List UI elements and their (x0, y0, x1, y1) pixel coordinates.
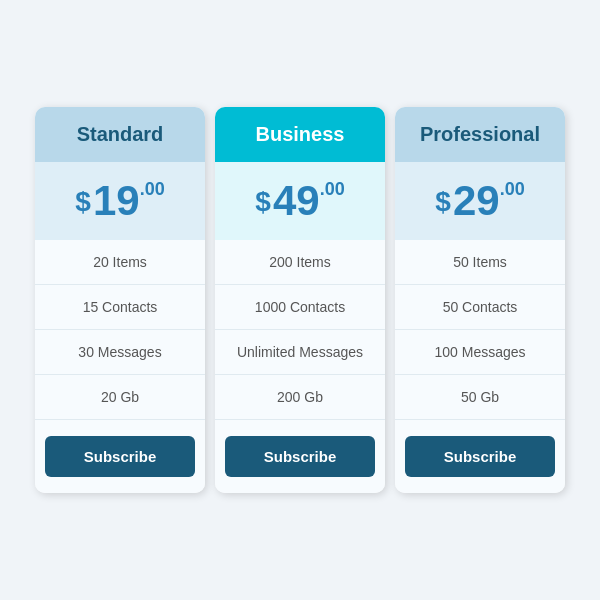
feature-item: 50 Contacts (395, 285, 565, 330)
plan-features-professional: 50 Items50 Contacts100 Messages50 Gb (395, 240, 565, 419)
plan-header-standard: Standard (35, 107, 205, 162)
plan-header-professional: Professional (395, 107, 565, 162)
feature-item: 200 Items (215, 240, 385, 285)
feature-item: 100 Messages (395, 330, 565, 375)
plan-card-standard: Standard $ 19 .00 20 Items15 Contacts30 … (35, 107, 205, 493)
price-main: 19 (93, 180, 140, 222)
feature-item: 200 Gb (215, 375, 385, 419)
price-symbol: $ (255, 186, 271, 218)
subscribe-button-professional[interactable]: Subscribe (405, 436, 555, 477)
plan-footer-business: Subscribe (215, 419, 385, 493)
price-main: 49 (273, 180, 320, 222)
plan-footer-standard: Subscribe (35, 419, 205, 493)
feature-item: Unlimited Messages (215, 330, 385, 375)
price-cents: .00 (140, 180, 165, 198)
price-symbol: $ (435, 186, 451, 218)
price-symbol: $ (75, 186, 91, 218)
feature-item: 1000 Contacts (215, 285, 385, 330)
feature-item: 30 Messages (35, 330, 205, 375)
plan-header-business: Business (215, 107, 385, 162)
price-main: 29 (453, 180, 500, 222)
subscribe-button-standard[interactable]: Subscribe (45, 436, 195, 477)
subscribe-button-business[interactable]: Subscribe (225, 436, 375, 477)
plan-card-professional: Professional $ 29 .00 50 Items50 Contact… (395, 107, 565, 493)
feature-item: 15 Contacts (35, 285, 205, 330)
plan-price-standard: $ 19 .00 (35, 162, 205, 240)
plan-footer-professional: Subscribe (395, 419, 565, 493)
price-cents: .00 (320, 180, 345, 198)
plan-price-business: $ 49 .00 (215, 162, 385, 240)
plan-features-business: 200 Items1000 ContactsUnlimited Messages… (215, 240, 385, 419)
feature-item: 50 Items (395, 240, 565, 285)
plan-card-business: Business $ 49 .00 200 Items1000 Contacts… (215, 107, 385, 493)
plan-price-professional: $ 29 .00 (395, 162, 565, 240)
feature-item: 50 Gb (395, 375, 565, 419)
price-cents: .00 (500, 180, 525, 198)
plan-features-standard: 20 Items15 Contacts30 Messages20 Gb (35, 240, 205, 419)
feature-item: 20 Gb (35, 375, 205, 419)
feature-item: 20 Items (35, 240, 205, 285)
pricing-container: Standard $ 19 .00 20 Items15 Contacts30 … (15, 87, 585, 513)
